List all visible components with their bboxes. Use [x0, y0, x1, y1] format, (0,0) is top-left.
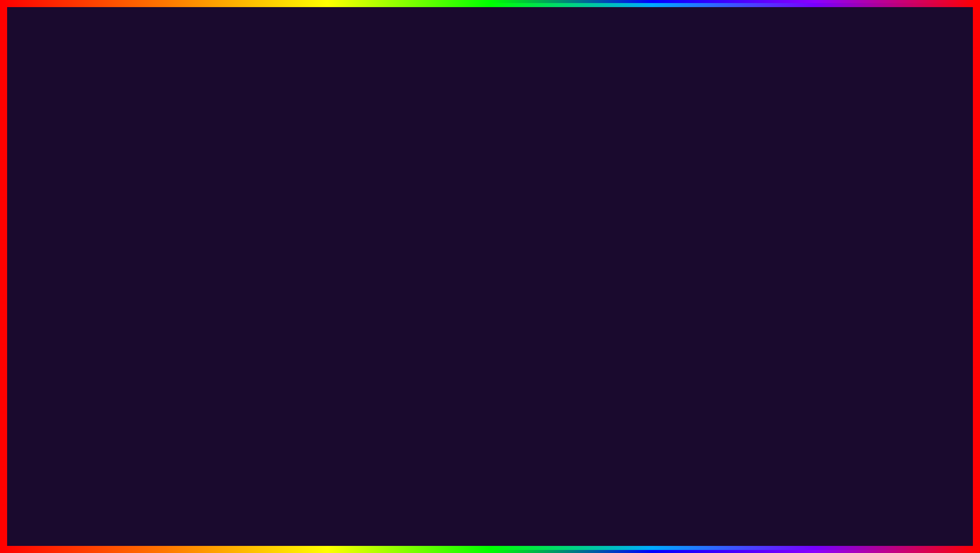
auto-parry-toggle[interactable] — [287, 261, 299, 267]
trolls-section-title: TROLLS — [301, 278, 369, 283]
vector-auto-parry-tab[interactable]: Auto Parry — [233, 205, 398, 218]
pumpkin-large — [74, 367, 186, 479]
ganteng-maximize[interactable]: □ — [347, 138, 351, 144]
vtoggle-3[interactable] — [396, 247, 412, 255]
freeze-ball-label: Freeze Ball — [301, 306, 325, 312]
haunted-close-x[interactable]: X — [947, 144, 952, 152]
ganteng-window-controls: − □ × — [340, 138, 358, 144]
item-lag-server: Lag Server — [301, 314, 369, 320]
ai-play-label: AI Automantic Play — [232, 304, 270, 309]
ganteng-main-btn[interactable]: Main — [156, 165, 182, 177]
svg-point-33 — [912, 446, 916, 449]
view-part-label: View Part — [232, 288, 251, 293]
haunted-harvester-card: X Haunted Harvester 🦇 🦇 ✦ — [845, 140, 957, 318]
ganteng-content: Main — [151, 160, 363, 182]
bedol-main-btn[interactable]: 🌐 MAIN — [189, 253, 225, 265]
bedol-left-col: COMBAT Auto Parry Auto Raging Direction … — [232, 254, 299, 365]
tab-player[interactable]: Player — [122, 177, 146, 186]
ganteng-title-bar[interactable]: Ganteng Hub - Blade Ball [Beta]1.0 https… — [151, 135, 363, 147]
vector-tab-main[interactable]: Main — [207, 193, 239, 205]
bedol-title-bar[interactable]: BLADE BALL - NEXT GENERATION × — [187, 227, 373, 241]
item-view-part: View Part — [232, 288, 299, 294]
bedol-right-panel: COMBAT Auto Parry Auto Raging Direction … — [227, 251, 373, 368]
auto-raging-label: Auto Raging Direction & Rapture — [232, 268, 288, 279]
vector-title-bar[interactable]: Vector Hub | [UPD] Blade Ball [F1] — [207, 182, 418, 193]
auto-raging-toggle[interactable] — [288, 270, 299, 276]
bedol-title-text: BLADE BALL - NEXT GENERATION — [192, 231, 286, 237]
ai-play-toggle[interactable] — [287, 303, 299, 309]
item-follow-speed: Follow Speed — [301, 299, 369, 304]
vector-auto-parry-toggle[interactable] — [398, 208, 414, 216]
vector-tabs: Main Main — [207, 193, 418, 205]
character-card: ★ ★ — [865, 403, 946, 484]
row-label-1: Auto Parry — [156, 189, 180, 194]
item-bug-ball: Bug Ball — [232, 280, 299, 286]
ganteng-title-main: Ganteng Hub - Blade Ball [Beta]1.0 — [156, 139, 235, 144]
ganteng-minimize[interactable]: − — [340, 138, 343, 144]
lag-server-label: Lag Server — [301, 314, 323, 319]
bedol-main-content: 🌐 MAIN COMBAT Auto Parry Auto Raging Dir… — [187, 251, 373, 368]
svg-rect-23 — [888, 245, 914, 250]
item-ai-play: AI Automantic Play — [232, 303, 299, 309]
svg-text:✦: ✦ — [876, 196, 880, 201]
item-follow-ball: Follow Ball — [301, 292, 369, 298]
svg-point-22 — [89, 465, 171, 477]
svg-point-6 — [766, 201, 771, 206]
show-path-label: Show Path — [232, 312, 254, 317]
svg-text:✦: ✦ — [916, 223, 920, 228]
bug-ball-toggle[interactable] — [287, 280, 299, 286]
haunted-title: Haunted Harvester — [867, 141, 934, 157]
halloween-pumpkin-icon: 🎃 — [765, 398, 803, 434]
bedol-nav: HOME — [187, 241, 373, 251]
item-esp-player: ESP Player — [232, 327, 299, 333]
freeze-ball-toggle[interactable] — [356, 306, 369, 312]
automantic-section-title: AUTOMANTIC — [232, 297, 299, 302]
svg-text:★: ★ — [871, 413, 877, 421]
bedol-main-label: MAIN — [202, 257, 214, 262]
view-part-toggle[interactable] — [287, 288, 299, 294]
day-night-toggle[interactable] — [356, 268, 369, 274]
halloween-title: HALLOWEEN — [136, 481, 472, 540]
day-night-label: Day/Night — [301, 269, 321, 274]
vtoggle-4[interactable] — [396, 259, 412, 267]
bedol-nav-home[interactable]: HOME — [187, 241, 211, 251]
svg-text:🦇: 🦇 — [881, 224, 891, 233]
tab-menu[interactable]: 🔧 Menu — [89, 177, 120, 186]
svg-point-14 — [130, 370, 151, 386]
svg-text:🦇: 🦇 — [907, 203, 916, 211]
halloween-days: 29 Days — [763, 450, 805, 463]
esp-section-title: ESP — [232, 320, 299, 325]
item-freeze-ball: Freeze Ball — [301, 306, 369, 312]
svg-point-18 — [112, 392, 148, 475]
vector-tab-main2[interactable]: Main — [239, 193, 418, 205]
esp-player-toggle[interactable] — [287, 327, 299, 333]
fast-mode-toggle[interactable] — [356, 261, 369, 267]
show-path-toggle[interactable] — [287, 311, 299, 317]
vtoggle-2[interactable] — [396, 235, 412, 244]
ganteng-tab-main[interactable]: Main — [151, 147, 183, 159]
svg-point-5 — [726, 201, 731, 206]
follow-ball-label: Follow Ball — [301, 292, 325, 297]
follow-speed-slider[interactable] — [348, 300, 369, 304]
vtoggle-1[interactable] — [396, 224, 412, 232]
noclip-toggle[interactable] — [356, 284, 369, 290]
svg-point-32 — [900, 446, 903, 449]
item-auto-parry: Auto Parry — [232, 261, 299, 267]
ganteng-url: https://discord.gg/isnahamzah — [241, 139, 308, 144]
vector-sub-tabs: Misc Auto Parry — [207, 205, 418, 218]
item-fast-mode: Fast Mode — [301, 261, 369, 267]
bedol-close-btn[interactable]: × — [364, 230, 368, 238]
follow-ball-toggle[interactable] — [356, 292, 369, 298]
lag-server-toggle[interactable] — [356, 314, 369, 320]
bedol-hub-window: BLADE BALL - NEXT GENERATION × HOME 🌐 MA… — [186, 226, 374, 373]
ganteng-close[interactable]: × — [355, 138, 358, 144]
vector-misc-tab[interactable]: Misc — [207, 205, 233, 218]
pastebin-title: PASTEBIN — [642, 488, 844, 534]
vector-title-text: Vector Hub | [UPD] Blade Ball — [212, 184, 290, 190]
ganteng-tabs: Main — [151, 147, 363, 160]
ganteng-title-text: Ganteng Hub - Blade Ball [Beta]1.0 https… — [156, 139, 308, 144]
script-title: SCRIPT — [482, 488, 631, 534]
combat-section-title: COMBAT — [232, 254, 299, 259]
bedol-left-panel: 🌐 MAIN — [187, 251, 227, 368]
vector-title-main: Vector Hub | [UPD] Blade Ball — [212, 184, 290, 190]
